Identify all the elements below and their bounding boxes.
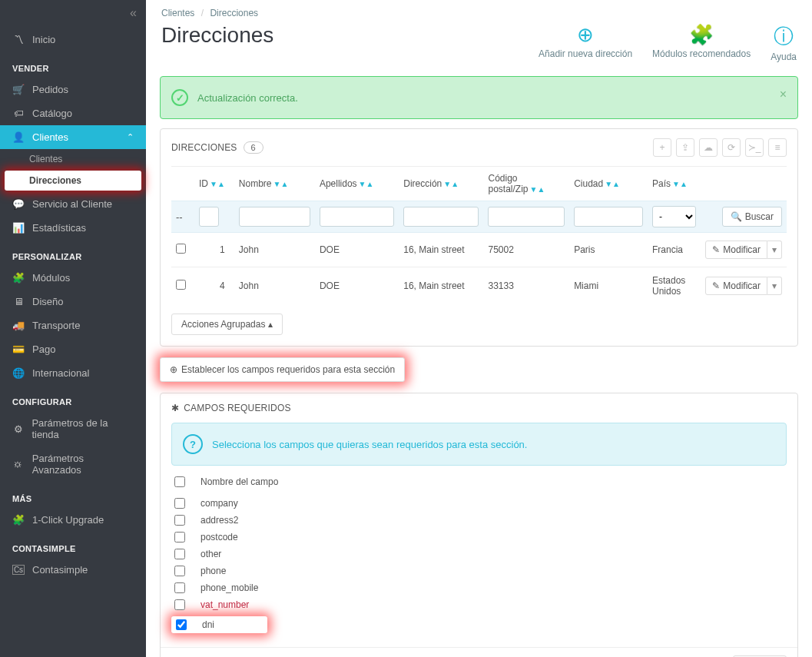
- sidebar-customers[interactable]: 👤 Clientes ⌃: [0, 125, 146, 149]
- sidebar-sub-customers[interactable]: Clientes: [0, 149, 146, 169]
- field-name: phone_mobile: [201, 582, 258, 593]
- sidebar-section-config: CONFIGURAR: [0, 385, 146, 411]
- chat-icon: 💬: [12, 198, 25, 210]
- th-id[interactable]: ID: [199, 178, 208, 189]
- filter-zip[interactable]: [488, 207, 565, 227]
- field-row: dni: [171, 616, 267, 633]
- info-box: ? Selecciona los campos que quieras sean…: [171, 423, 787, 466]
- panel-export-icon[interactable]: ⇪: [676, 138, 694, 157]
- addresses-table: ID▼▲ Nombre▼▲ Apellidos▼▲ Dirección▼▲ Có…: [171, 166, 787, 304]
- row-checkbox[interactable]: [176, 244, 186, 254]
- row-checkbox[interactable]: [176, 280, 186, 290]
- cell-zip: 75002: [483, 233, 569, 267]
- th-surname[interactable]: Apellidos: [320, 178, 357, 189]
- field-checkbox[interactable]: [174, 582, 185, 593]
- stats-icon: 📊: [12, 222, 25, 234]
- filter-id[interactable]: [199, 207, 219, 227]
- sidebar-adv-params[interactable]: ⛭ Parámetros Avanzados: [0, 446, 146, 482]
- set-required-fields-button[interactable]: ⊕ Establecer los campos requeridos para …: [160, 357, 405, 382]
- panel-sql-icon[interactable]: ≻_: [745, 138, 764, 157]
- card-icon: 💳: [12, 343, 25, 355]
- field-checkbox[interactable]: [174, 498, 185, 509]
- sidebar-shop-params[interactable]: ⚙ Parámetros de la tienda: [0, 411, 146, 446]
- asterisk-icon: ✱: [171, 403, 179, 413]
- sidebar-modules[interactable]: 🧩 Módulos: [0, 266, 146, 290]
- sidebar-upgrade[interactable]: 🧩 1-Click Upgrade: [0, 508, 146, 532]
- modify-dropdown[interactable]: ▾: [767, 241, 782, 259]
- panel-db-icon[interactable]: ≡: [768, 138, 787, 157]
- panel-add-icon[interactable]: +: [653, 138, 671, 157]
- field-checkbox[interactable]: [174, 515, 185, 526]
- alert-close[interactable]: ×: [780, 88, 787, 101]
- field-name: company: [201, 498, 238, 509]
- field-name: other: [201, 549, 221, 559]
- sidebar-modules-label: Módulos: [32, 272, 70, 284]
- modify-button[interactable]: ✎ Modificar: [705, 241, 767, 259]
- field-checkbox[interactable]: [174, 549, 185, 559]
- sidebar-contasimple[interactable]: Cs Contasimple: [0, 558, 146, 582]
- filter-surname[interactable]: [320, 207, 394, 227]
- sidebar-collapse[interactable]: «: [0, 6, 146, 28]
- fields-header: Nombre del campo: [201, 476, 278, 487]
- sidebar-international[interactable]: 🌐 Internacional: [0, 361, 146, 385]
- sidebar-service[interactable]: 💬 Servicio al Cliente: [0, 192, 146, 216]
- cell-country: Francia: [648, 233, 701, 267]
- panel-import-icon[interactable]: ☁: [699, 138, 718, 157]
- th-zip[interactable]: Código postal/Zip: [488, 173, 528, 194]
- filter-country[interactable]: -: [652, 206, 696, 227]
- filter-name[interactable]: [239, 207, 310, 227]
- info-text: Selecciona los campos que quieras sean r…: [212, 439, 527, 450]
- table-row[interactable]: 4JohnDOE16, Main street33133MiamiEstados…: [171, 267, 787, 305]
- sidebar-stats[interactable]: 📊 Estadísticas: [0, 216, 146, 240]
- field-checkbox[interactable]: [174, 599, 185, 610]
- breadcrumb-parent[interactable]: Clientes: [161, 8, 194, 18]
- sidebar-payment-label: Pago: [32, 343, 55, 355]
- modify-button[interactable]: ✎ Modificar: [705, 277, 767, 295]
- sidebar-adv-params-label: Parámetros Avanzados: [32, 453, 134, 476]
- field-row: phone_mobile: [171, 579, 787, 596]
- th-country[interactable]: País: [652, 178, 671, 189]
- search-button[interactable]: 🔍Buscar: [722, 207, 782, 227]
- trend-icon: 〽: [12, 34, 25, 45]
- cell-name: John: [234, 233, 315, 267]
- filter-address[interactable]: [403, 207, 479, 227]
- add-address-button[interactable]: ⊕ Añadir nueva dirección: [539, 23, 632, 62]
- select-all-fields[interactable]: [174, 476, 185, 487]
- sidebar-section-more: MÁS: [0, 482, 146, 508]
- sidebar-payment[interactable]: 💳 Pago: [0, 337, 146, 361]
- field-checkbox[interactable]: [176, 619, 187, 630]
- sidebar-transport[interactable]: 🚚 Transporte: [0, 314, 146, 337]
- breadcrumb-sep: /: [201, 8, 204, 18]
- field-checkbox[interactable]: [174, 532, 185, 543]
- cell-city: Paris: [569, 233, 648, 267]
- recommended-modules-button[interactable]: 🧩 Módulos recomendados: [652, 23, 751, 62]
- modify-dropdown[interactable]: ▾: [767, 277, 782, 295]
- user-icon: 👤: [12, 131, 25, 143]
- sidebar-upgrade-label: 1-Click Upgrade: [32, 514, 104, 526]
- th-name[interactable]: Nombre: [239, 178, 272, 189]
- th-city[interactable]: Ciudad: [574, 178, 603, 189]
- filter-city[interactable]: [574, 207, 643, 227]
- plus-circle-icon: ⊕: [577, 23, 594, 47]
- search-icon: 🔍: [731, 211, 742, 222]
- field-checkbox[interactable]: [174, 566, 185, 576]
- sidebar-transport-label: Transporte: [32, 320, 80, 331]
- alert-message: Actualización correcta.: [197, 92, 298, 104]
- panel-refresh-icon[interactable]: ⟳: [722, 138, 741, 157]
- toolbar: ⊕ Añadir nueva dirección 🧩 Módulos recom…: [539, 23, 797, 62]
- bulk-actions-button[interactable]: Acciones Agrupadas ▴: [171, 314, 283, 335]
- table-row[interactable]: 1JohnDOE16, Main street75002ParisFrancia…: [171, 233, 787, 267]
- cell-surname: DOE: [315, 233, 399, 267]
- field-row: company: [171, 495, 787, 512]
- sidebar-home[interactable]: 〽 Inicio: [0, 28, 146, 51]
- puzzle-icon: 🧩: [12, 514, 25, 526]
- tag-icon: 🏷: [12, 108, 25, 119]
- sidebar-catalog[interactable]: 🏷 Catálogo: [0, 101, 146, 125]
- sidebar-sub-addresses[interactable]: Direcciones: [5, 171, 141, 191]
- sidebar-orders[interactable]: 🛒 Pedidos: [0, 78, 146, 101]
- sidebar-section-contasimple: CONTASIMPLE: [0, 532, 146, 558]
- help-button[interactable]: ⓘ Ayuda: [771, 23, 797, 62]
- breadcrumb: Clientes / Direcciones: [146, 0, 812, 18]
- sidebar-design[interactable]: 🖥 Diseño: [0, 290, 146, 314]
- th-address[interactable]: Dirección: [403, 178, 442, 189]
